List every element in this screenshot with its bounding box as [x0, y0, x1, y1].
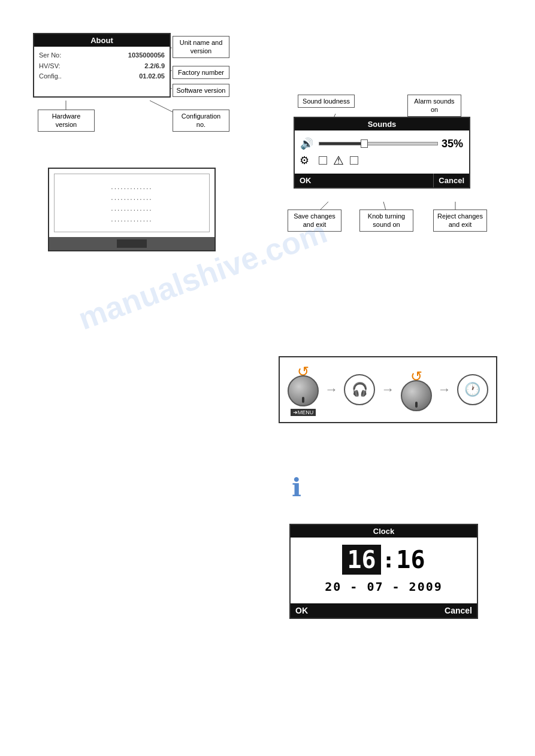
callout-sound-loudness: Sound loudness: [298, 95, 355, 108]
knob-item-2: ↺: [401, 368, 432, 411]
sounds-cancel-button[interactable]: Cancel: [434, 174, 469, 187]
dotted-row-3: .............: [55, 204, 209, 212]
dotted-inner: ............. ............. ............…: [54, 174, 210, 232]
about-config-value: 01.02.05: [139, 71, 165, 82]
clock-colon: :: [382, 548, 395, 572]
sounds-loudness-row: 🔊 35%: [300, 137, 464, 150]
clock-time: 16 : 16: [300, 545, 467, 575]
dotted-row-4: .............: [55, 215, 209, 223]
clock-hour: 16: [342, 545, 380, 575]
callout-reject-exit: Reject changesand exit: [433, 210, 487, 232]
clock-footer: OK Cancel: [291, 603, 477, 618]
dotted-row-1: .............: [55, 183, 209, 191]
clock-cancel-button[interactable]: Cancel: [440, 603, 477, 618]
sounds-body: 🔊 35% ⚙ ⚠: [295, 130, 469, 174]
sounds-panel: Sounds 🔊 35% ⚙ ⚠ OK Cancel: [294, 117, 470, 189]
about-config-row: Config.. 01.02.05: [39, 71, 165, 82]
about-hvsv-label: HV/SV:: [39, 61, 61, 72]
dotted-footer: [49, 237, 214, 250]
menu-label: ➜MENU: [291, 409, 316, 416]
clock-panel: Clock 16 : 16 20 - 07 - 2009 OK Cancel: [289, 524, 478, 619]
clock-minute: 16: [396, 546, 425, 573]
clock-body: 16 : 16 20 - 07 - 2009: [291, 538, 477, 599]
about-title: About: [34, 34, 170, 47]
alarm-icon: ⚠: [333, 153, 344, 168]
svg-line-4: [150, 101, 174, 113]
clock-title: Clock: [291, 525, 477, 538]
knob-1-indicator: [302, 397, 304, 403]
alarm-checkbox[interactable]: [350, 156, 358, 165]
sounds-checkbox-row: ⚙ ⚠: [300, 153, 464, 168]
about-config-label: Config..: [39, 71, 62, 82]
callout-software-version: Software version: [173, 84, 229, 97]
speaker-icon: 🔊: [300, 137, 314, 150]
knob-panel: ↺ ➜MENU → 🎧 → ↺ → 🕐: [279, 356, 497, 423]
about-body: Ser No: 1035000056 HV/SV: 2.2/6.9 Config…: [34, 47, 170, 96]
slider-thumb: [361, 139, 368, 148]
headphone-icon: 🎧: [344, 374, 375, 405]
arrow-right-1: →: [325, 382, 338, 397]
knob-1: [288, 375, 319, 406]
clock-icon: 🕐: [457, 374, 488, 405]
dotted-btn[interactable]: [117, 239, 147, 248]
dotted-list-panel: ............. ............. ............…: [48, 168, 216, 251]
sounds-title: Sounds: [295, 118, 469, 130]
about-ser-label: Ser No:: [39, 50, 61, 61]
about-panel: About Ser No: 1035000056 HV/SV: 2.2/6.9 …: [33, 33, 171, 98]
callout-alarm-sounds-on: Alarm sounds on: [407, 95, 461, 117]
callout-configuration-no: Configuration no.: [173, 110, 229, 132]
callout-knob-sound: Knob turningsound on: [359, 210, 413, 232]
about-hvsv-row: HV/SV: 2.2/6.9: [39, 61, 165, 72]
arrow-right-2: →: [381, 382, 394, 397]
slider-fill: [319, 142, 361, 145]
info-icon: ℹ: [292, 473, 301, 502]
callout-hardware-version: Hardware version: [38, 110, 95, 132]
knob-item-1: ↺ ➜MENU: [288, 363, 319, 416]
loudness-slider[interactable]: [319, 142, 438, 145]
dotted-row-2: .............: [55, 193, 209, 202]
clock-date: 20 - 07 - 2009: [300, 579, 467, 594]
about-ser-row: Ser No: 1035000056: [39, 50, 165, 61]
callout-save-exit: Save changesand exit: [288, 210, 341, 232]
knob-2: [401, 380, 432, 411]
knob-2-indicator: [415, 402, 418, 408]
knob-checkbox[interactable]: [319, 156, 327, 165]
knob-icon: ⚙: [300, 154, 314, 167]
about-hvsv-value: 2.2/6.9: [144, 61, 165, 72]
sounds-ok-button[interactable]: OK: [295, 174, 434, 187]
about-ser-value: 1035000056: [128, 50, 165, 61]
loudness-percent: 35%: [442, 138, 464, 150]
arrow-right-3: →: [438, 382, 451, 397]
callout-unit-name: Unit name andversion: [173, 36, 229, 58]
callout-factory-number: Factory number: [173, 66, 229, 79]
clock-ok-button[interactable]: OK: [291, 603, 440, 618]
sounds-footer: OK Cancel: [295, 174, 469, 187]
